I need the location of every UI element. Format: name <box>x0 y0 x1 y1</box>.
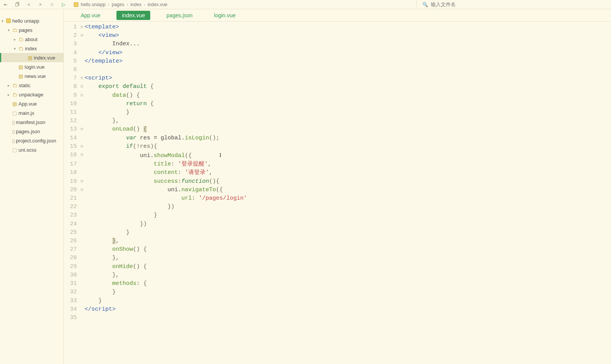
tree-row[interactable]: ▢ uni.scss <box>0 145 63 154</box>
code-content[interactable]: }, <box>85 271 119 280</box>
code-content[interactable]: data() { <box>85 91 140 100</box>
code-content[interactable]: Index... <box>85 40 140 48</box>
code-line[interactable]: 19⊟ success:function(){ <box>64 177 611 186</box>
tree-row[interactable]: ▾🗀 pages <box>0 25 63 35</box>
chevron-icon[interactable]: ▾ <box>0 19 5 23</box>
code-line[interactable]: 27 onShow() { <box>64 245 611 254</box>
tree-row[interactable]: ▾ hello uniapp <box>0 16 63 25</box>
code-line[interactable]: 13⊟ onLoad() { <box>64 125 611 134</box>
code-content[interactable]: if(!res){ <box>85 142 157 151</box>
file-explorer[interactable]: ▾ hello uniapp▾🗀 pages▸🗀 about▾🗀 index▧ … <box>0 9 64 364</box>
code-content[interactable]: } <box>85 288 116 296</box>
editor-tab[interactable]: pages.json <box>161 11 198 20</box>
code-content[interactable]: }, <box>85 117 119 125</box>
run-icon[interactable]: ▷ <box>60 2 67 7</box>
star-icon[interactable]: ☆ <box>48 2 55 7</box>
code-line[interactable]: 24 }) <box>64 220 611 228</box>
code-content[interactable]: success:function(){ <box>85 177 219 186</box>
code-line[interactable]: 33 } <box>64 297 611 305</box>
code-content[interactable]: <script> <box>85 74 112 83</box>
fold-toggle[interactable]: ⊟ <box>79 142 85 151</box>
panel-toggle-icon[interactable]: ⇤ <box>2 2 9 7</box>
tree-row[interactable]: ▸🗀 about <box>0 35 63 44</box>
nav-back-icon[interactable]: < <box>25 2 32 7</box>
code-content[interactable]: } <box>85 297 102 305</box>
tree-row[interactable]: ▧ news.vue <box>0 71 63 81</box>
code-line[interactable]: 7⊟<script> <box>64 74 611 83</box>
code-line[interactable]: 3 Index... <box>64 40 611 48</box>
fold-toggle[interactable]: ⊟ <box>79 186 85 194</box>
code-line[interactable]: 4 </view> <box>64 49 611 57</box>
code-line[interactable]: 9⊟ data() { <box>64 91 611 100</box>
tree-row[interactable]: ▢ main.js <box>0 108 63 117</box>
tree-row[interactable]: manifest.json <box>0 117 63 127</box>
chevron-icon[interactable]: ▾ <box>12 46 17 51</box>
tree-row[interactable]: ▧ App.vue <box>0 99 63 108</box>
code-line[interactable]: 30 }, <box>64 271 611 280</box>
tree-row[interactable]: project.config.json <box>0 136 63 145</box>
code-content[interactable]: onShow() { <box>85 245 147 254</box>
code-line[interactable]: 34</script> <box>64 305 611 314</box>
code-content[interactable]: <template> <box>85 23 119 31</box>
breadcrumb-item[interactable]: pages <box>112 2 125 7</box>
code-line[interactable]: 28 }, <box>64 254 611 262</box>
code-content[interactable]: onLoad() { <box>85 125 147 134</box>
code-line[interactable]: 26 }, <box>64 237 611 245</box>
nav-forward-icon[interactable]: > <box>37 2 44 7</box>
code-line[interactable]: 18 content: '请登录', <box>64 169 611 177</box>
tree-row[interactable]: pages.json <box>0 127 63 136</box>
code-content[interactable]: methods: { <box>85 280 147 288</box>
code-content[interactable]: <view> <box>85 31 119 40</box>
code-content[interactable]: }, <box>85 237 119 245</box>
code-line[interactable]: 8⊟ export default { <box>64 83 611 91</box>
code-content[interactable]: title: '登录提醒', <box>85 160 211 169</box>
fold-toggle[interactable]: ⊟ <box>79 177 85 186</box>
code-editor[interactable]: 1⊟<template>2⊟ <view>3 Index...4 </view>… <box>64 22 611 364</box>
breadcrumb-item[interactable]: index <box>130 2 141 7</box>
code-content[interactable]: content: '请登录', <box>85 169 213 177</box>
code-content[interactable]: uni.navigateTo({ <box>85 186 223 194</box>
code-line[interactable]: 16⊟ uni.showModal({ I <box>64 151 611 160</box>
code-content[interactable]: </script> <box>85 305 116 314</box>
code-content[interactable]: </template> <box>85 57 123 66</box>
search-input[interactable] <box>431 2 584 7</box>
editor-tab[interactable]: index.vue <box>116 11 150 20</box>
code-content[interactable]: } <box>85 108 130 117</box>
code-line[interactable]: 1⊟<template> <box>64 23 611 31</box>
chevron-icon[interactable]: ▸ <box>12 37 17 41</box>
breadcrumb-item[interactable]: index.vue <box>148 2 167 7</box>
code-line[interactable]: 22 }) <box>64 203 611 211</box>
code-content[interactable]: }) <box>85 203 174 211</box>
code-line[interactable]: 5</template> <box>64 57 611 66</box>
fold-toggle[interactable]: ⊟ <box>79 31 85 40</box>
code-line[interactable]: 12 }, <box>64 117 611 125</box>
code-content[interactable]: onHide() { <box>85 263 147 271</box>
code-content[interactable]: return { <box>85 100 154 108</box>
code-line[interactable]: 35 <box>64 314 611 322</box>
code-line[interactable]: 25 } <box>64 228 611 237</box>
chevron-icon[interactable]: ▾ <box>6 28 11 32</box>
code-content[interactable]: }, <box>85 254 119 262</box>
code-line[interactable]: 32 } <box>64 288 611 296</box>
code-content[interactable]: var res = global.isLogin(); <box>85 134 219 142</box>
editor-tab[interactable]: App.vue <box>75 11 106 20</box>
code-line[interactable]: 2⊟ <view> <box>64 31 611 40</box>
fold-toggle[interactable]: ⊟ <box>79 23 85 31</box>
code-line[interactable]: 29 onHide() { <box>64 263 611 271</box>
fold-toggle[interactable]: ⊟ <box>79 125 85 134</box>
code-line[interactable]: 6 <box>64 66 611 74</box>
chevron-icon[interactable]: ▸ <box>6 93 11 97</box>
save-icon[interactable]: 🗍 <box>14 2 21 7</box>
code-line[interactable]: 11 } <box>64 108 611 117</box>
code-line[interactable]: 31 methods: { <box>64 280 611 288</box>
fold-toggle[interactable]: ⊟ <box>79 74 85 83</box>
editor-tab[interactable]: login.vue <box>209 11 241 20</box>
code-line[interactable]: 23 } <box>64 211 611 220</box>
code-line[interactable]: 20⊟ uni.navigateTo({ <box>64 186 611 194</box>
fold-toggle[interactable]: ⊟ <box>79 151 85 160</box>
fold-toggle[interactable]: ⊟ <box>79 91 85 100</box>
tree-row[interactable]: ▾🗀 index <box>0 44 63 53</box>
breadcrumb-item[interactable]: hello uniapp <box>81 2 106 7</box>
code-line[interactable]: 17 title: '登录提醒', <box>64 160 611 169</box>
tree-row[interactable]: ▧ index.vue <box>0 53 63 62</box>
